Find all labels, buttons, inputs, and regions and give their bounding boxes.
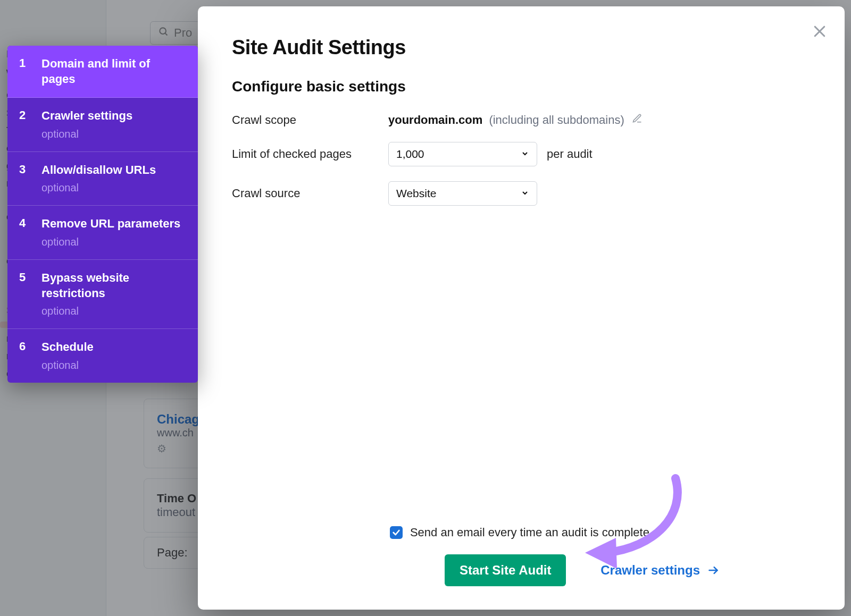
wizard-step-3[interactable]: 3 Allow/disallow URLs optional xyxy=(7,152,198,206)
wizard-step-optional: optional xyxy=(41,358,94,372)
crawler-settings-link-label: Crawler settings xyxy=(600,563,700,578)
modal-subtitle: Configure basic settings xyxy=(232,78,811,95)
wizard-step-title: Schedule xyxy=(41,340,94,355)
wizard-step-title: Remove URL parameters xyxy=(41,216,180,232)
edit-icon[interactable] xyxy=(632,113,643,124)
wizard-steps-panel: 1 Domain and limit of pages 2 Crawler se… xyxy=(7,46,198,383)
limit-suffix: per audit xyxy=(547,147,593,161)
modal-footer: Send an email every time an audit is com… xyxy=(232,526,811,586)
source-select[interactable]: Website xyxy=(388,181,537,206)
wizard-step-title: Domain and limit of pages xyxy=(41,56,186,87)
crawl-scope-label: Crawl scope xyxy=(232,113,379,127)
chevron-down-icon xyxy=(521,148,529,161)
close-icon[interactable] xyxy=(812,23,828,41)
wizard-step-number: 4 xyxy=(19,216,29,230)
crawler-settings-link[interactable]: Crawler settings xyxy=(600,563,720,578)
crawl-scope-domain: yourdomain.com xyxy=(388,113,482,126)
wizard-step-optional: optional xyxy=(41,181,156,195)
site-audit-settings-modal: Site Audit Settings Configure basic sett… xyxy=(198,6,845,610)
arrow-right-icon xyxy=(706,565,720,576)
email-checkbox[interactable] xyxy=(390,526,403,539)
wizard-step-number: 3 xyxy=(19,163,29,176)
start-site-audit-button[interactable]: Start Site Audit xyxy=(445,554,566,586)
limit-label: Limit of checked pages xyxy=(232,147,379,161)
limit-row: Limit of checked pages 1,000 per audit xyxy=(232,142,811,166)
wizard-step-optional: optional xyxy=(41,235,180,249)
wizard-step-2[interactable]: 2 Crawler settings optional xyxy=(7,98,198,152)
email-notify-row: Send an email every time an audit is com… xyxy=(232,526,811,539)
wizard-step-number: 2 xyxy=(19,108,29,122)
wizard-step-number: 6 xyxy=(19,340,29,353)
wizard-step-number: 5 xyxy=(19,271,29,284)
source-row: Crawl source Website xyxy=(232,181,811,206)
crawl-scope-row: Crawl scope yourdomain.com (including al… xyxy=(232,113,811,127)
crawl-scope-hint: (including all subdomains) xyxy=(489,113,624,126)
chevron-down-icon xyxy=(521,187,529,200)
source-label: Crawl source xyxy=(232,187,379,200)
wizard-step-number: 1 xyxy=(19,56,29,70)
crawl-scope-value: yourdomain.com (including all subdomains… xyxy=(388,113,643,127)
wizard-step-4[interactable]: 4 Remove URL parameters optional xyxy=(7,206,198,260)
wizard-step-title: Crawler settings xyxy=(41,108,132,124)
wizard-step-1[interactable]: 1 Domain and limit of pages xyxy=(7,46,198,98)
wizard-step-optional: optional xyxy=(41,127,132,141)
wizard-step-title: Bypass website restrictions xyxy=(41,271,186,301)
wizard-step-5[interactable]: 5 Bypass website restrictions optional xyxy=(7,260,198,329)
email-checkbox-label: Send an email every time an audit is com… xyxy=(410,526,653,539)
wizard-step-6[interactable]: 6 Schedule optional xyxy=(7,329,198,383)
source-select-value: Website xyxy=(396,187,436,200)
limit-select-value: 1,000 xyxy=(396,148,424,161)
modal-title: Site Audit Settings xyxy=(232,36,811,59)
wizard-step-optional: optional xyxy=(41,304,186,318)
limit-select[interactable]: 1,000 xyxy=(388,142,537,166)
wizard-step-title: Allow/disallow URLs xyxy=(41,163,156,178)
